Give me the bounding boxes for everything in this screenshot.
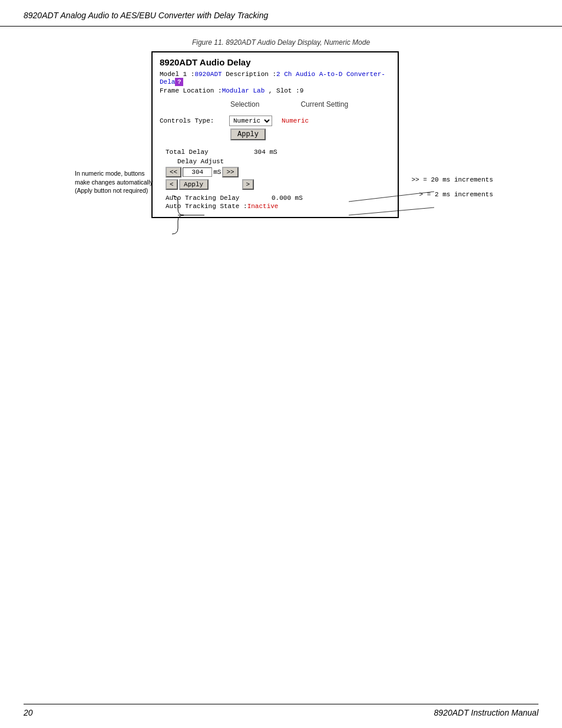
col-current-header: Current Setting [300, 100, 348, 108]
main-panel: 8920ADT Audio Delay Model 1 :8920ADT Des… [151, 51, 399, 218]
delay-input[interactable] [183, 167, 212, 177]
increment-small-label: > = 2 ms increments [419, 191, 493, 198]
delay-dec-small-btn[interactable]: < [166, 179, 178, 190]
footer-page-number: 20 [24, 708, 33, 717]
total-delay-value: 304 mS [254, 149, 277, 156]
footer-manual-title: 8920ADT Instruction Manual [434, 708, 538, 717]
column-headers: Selection Current Setting [230, 100, 391, 108]
frame-location-link[interactable]: Modular Lab [222, 87, 265, 94]
col-selection-header: Selection [230, 100, 259, 108]
auto-tracking-delay-row: Auto Tracking Delay 0.000 mS [166, 195, 391, 202]
apply-button[interactable]: Apply [230, 129, 266, 140]
delay-adjust-row-1: << mS >> [166, 167, 391, 177]
auto-tracking-state-value: Inactive [247, 203, 279, 210]
total-delay-label: Total Delay [166, 149, 236, 156]
auto-tracking-state-row: Auto Tracking State : Inactive [166, 203, 391, 210]
current-setting-value: Numeric [282, 117, 309, 124]
ms-label: mS [213, 169, 221, 176]
auto-tracking-delay-label: Auto Tracking Delay [166, 195, 272, 202]
controls-type-row: Controls Type: Numeric Slider Numeric [160, 116, 391, 126]
increment-large-label: >> = 20 ms increments [411, 176, 493, 183]
delay-adjust-label: Delay Adjust [177, 158, 391, 165]
help-btn[interactable]: ? [175, 78, 183, 86]
delay-section: Total Delay 304 mS Delay Adjust << mS >> [160, 149, 391, 210]
page-footer: 20 8920ADT Instruction Manual [24, 704, 538, 717]
apply-row: Apply [230, 129, 391, 140]
controls-type-label: Controls Type: [160, 117, 224, 124]
header-title: 8920ADT Analog Audio to AES/EBU Converte… [24, 11, 268, 20]
delay-adjust-row-2: < Apply > [166, 179, 391, 190]
auto-tracking-delay-value: 0.000 mS [272, 195, 303, 202]
delay-dec-large-btn[interactable]: << [166, 167, 181, 177]
delay-apply-btn[interactable]: Apply [179, 179, 209, 190]
model-link[interactable]: 8920ADT [194, 71, 222, 78]
panel-frame-line: Frame Location :Modular Lab , Slot :9 [160, 87, 391, 94]
figure-caption: Figure 11. 8920ADT Audio Delay Display, … [24, 38, 538, 47]
page-header: 8920ADT Analog Audio to AES/EBU Converte… [0, 0, 562, 27]
panel-model-line: Model 1 :8920ADT Description :2 Ch Audio… [160, 71, 391, 86]
total-delay-row: Total Delay 304 mS [160, 149, 391, 156]
delay-inc-small-btn[interactable]: > [242, 179, 254, 190]
controls-type-select[interactable]: Numeric Slider [229, 116, 272, 126]
panel-title: 8920ADT Audio Delay [160, 57, 391, 67]
delay-inc-large-btn[interactable]: >> [222, 167, 238, 177]
auto-tracking-state-label: Auto Tracking State : [166, 203, 247, 210]
